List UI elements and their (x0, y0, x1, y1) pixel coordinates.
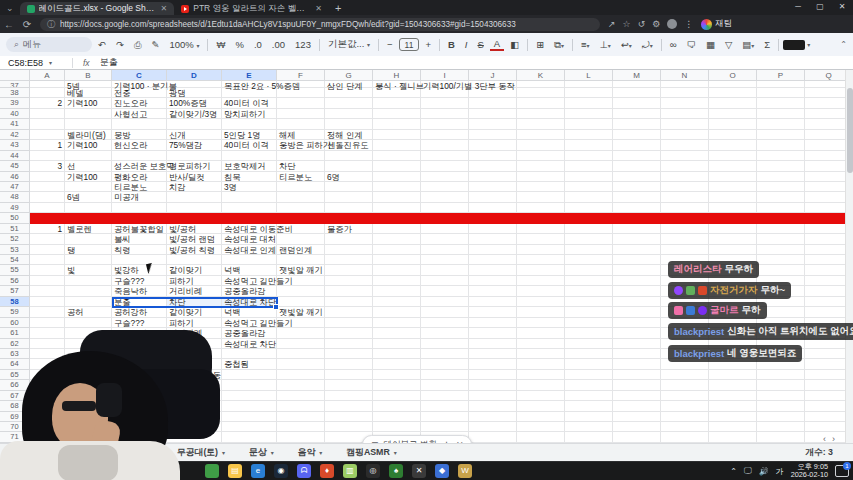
cell-G50[interactable] (325, 213, 373, 223)
cell-O46[interactable] (709, 172, 757, 182)
cell-B37[interactable]: 5넴 (65, 81, 112, 88)
cell-O59[interactable] (709, 307, 757, 317)
cell-P65[interactable] (757, 370, 805, 380)
cell-G52[interactable] (325, 234, 373, 244)
cell-I47[interactable] (421, 182, 469, 192)
cell-H49[interactable] (373, 203, 421, 213)
cell-P63[interactable] (757, 349, 805, 359)
cell-E63[interactable] (222, 349, 277, 359)
sheet-tab-2[interactable]: 문상▾ (237, 447, 286, 459)
taskbar-app-ring-app[interactable]: ◎ (366, 464, 380, 478)
cell-L44[interactable] (565, 151, 613, 161)
cell-H60[interactable] (373, 318, 421, 328)
cell-O45[interactable] (709, 161, 757, 171)
cell-H59[interactable] (373, 307, 421, 317)
cell-G44[interactable] (325, 151, 373, 161)
horizontal-scroll-arrows[interactable]: ‹› (823, 434, 841, 443)
cell-L49[interactable] (565, 203, 613, 213)
row-header-57[interactable]: 57 (0, 286, 30, 296)
cell-B44[interactable] (65, 151, 112, 161)
cell-N39[interactable] (661, 98, 709, 108)
cell-P45[interactable] (757, 161, 805, 171)
cell-B71[interactable] (65, 432, 112, 442)
column-header-G[interactable]: G (325, 70, 373, 81)
cell-H47[interactable] (373, 182, 421, 192)
cell-I49[interactable] (421, 203, 469, 213)
cell-B38[interactable]: 베넬 (65, 88, 112, 98)
cell-D63[interactable] (167, 349, 222, 359)
cell-D53[interactable]: 빛/공허 칙령 (167, 245, 222, 255)
cell-A61[interactable] (30, 328, 65, 338)
row-header-37[interactable]: 37 (0, 81, 30, 88)
cell-K60[interactable] (517, 318, 565, 328)
display-icon[interactable]: 🖵 (744, 466, 752, 476)
cell-F47[interactable] (277, 182, 325, 192)
cell-C42[interactable]: 뭉방 (112, 130, 167, 140)
text-wrap-button[interactable]: ↩▾ (617, 39, 636, 50)
cell-N68[interactable] (661, 401, 709, 411)
browser-tab-video[interactable]: PTR 영웅 알라트의 자손 벨로랜 - ✕ (174, 2, 329, 15)
cell-C37[interactable]: 기력100 · 분기불 (112, 81, 167, 88)
address-bar[interactable]: ⓘ https://docs.google.com/spreadsheets/d… (40, 18, 600, 31)
cell-O53[interactable] (709, 245, 757, 255)
cell-D68[interactable] (167, 401, 222, 411)
borders-button[interactable]: ⊞ (532, 39, 548, 50)
cell-D38[interactable]: 광댐 (167, 88, 222, 98)
cell-N63[interactable] (661, 349, 709, 359)
cell-J49[interactable] (469, 203, 517, 213)
fill-color-button[interactable]: ◧ (506, 39, 523, 50)
cell-C69[interactable] (112, 412, 167, 422)
cell-M63[interactable] (613, 349, 661, 359)
cell-G69[interactable] (325, 412, 373, 422)
cell-E49[interactable] (222, 203, 277, 213)
cell-N46[interactable] (661, 172, 709, 182)
percent-format-button[interactable]: % (231, 39, 247, 50)
cell-F68[interactable] (277, 401, 325, 411)
volume-icon[interactable]: 🔊 (759, 467, 769, 476)
cell-B55[interactable]: 빛 (65, 265, 112, 275)
row-header-55[interactable]: 55 (0, 265, 30, 275)
cell-E64[interactable]: 중첩됨 (222, 359, 277, 369)
cell-P67[interactable] (757, 391, 805, 401)
cell-P50[interactable] (757, 213, 805, 223)
cell-K66[interactable] (517, 380, 565, 390)
cell-I61[interactable] (421, 328, 469, 338)
cell-L47[interactable] (565, 182, 613, 192)
cell-I54[interactable] (421, 255, 469, 265)
cell-C53[interactable]: 칙령 (112, 245, 167, 255)
cell-J50[interactable] (469, 213, 517, 223)
cell-L71[interactable] (565, 432, 613, 442)
cell-E40[interactable]: 망치피하기 (222, 109, 277, 119)
cell-I66[interactable] (421, 380, 469, 390)
cell-J56[interactable] (469, 276, 517, 286)
cell-J55[interactable] (469, 265, 517, 275)
row-header-66[interactable]: 66 (0, 380, 30, 390)
cell-C47[interactable]: 티르분노 (112, 182, 167, 192)
cell-L54[interactable] (565, 255, 613, 265)
cell-O44[interactable] (709, 151, 757, 161)
cell-J68[interactable] (469, 401, 517, 411)
cell-B51[interactable]: 벨로렌 (65, 224, 112, 234)
cell-M44[interactable] (613, 151, 661, 161)
cell-K67[interactable] (517, 391, 565, 401)
cell-E43[interactable]: 40미터 이격 (222, 140, 277, 150)
notification-center-icon[interactable]: 1 (835, 465, 849, 477)
cell-K51[interactable] (517, 224, 565, 234)
cell-L39[interactable] (565, 98, 613, 108)
cell-K39[interactable] (517, 98, 565, 108)
cell-M56[interactable] (613, 276, 661, 286)
cell-G65[interactable] (325, 370, 373, 380)
cell-P52[interactable] (757, 234, 805, 244)
cell-M52[interactable] (613, 234, 661, 244)
increase-decimals-button[interactable]: .00 (268, 39, 289, 50)
text-color-button[interactable]: A (490, 38, 504, 51)
cell-A62[interactable] (30, 339, 65, 349)
cell-F66[interactable] (277, 380, 325, 390)
cell-D46[interactable]: 반사/딜컷 (167, 172, 222, 182)
cell-C64[interactable]: 환생 (112, 359, 167, 369)
cell-B53[interactable]: 탱 (65, 245, 112, 255)
cell-J66[interactable] (469, 380, 517, 390)
cell-H56[interactable] (373, 276, 421, 286)
cell-M68[interactable] (613, 401, 661, 411)
cell-C46[interactable]: 평화오라 (112, 172, 167, 182)
